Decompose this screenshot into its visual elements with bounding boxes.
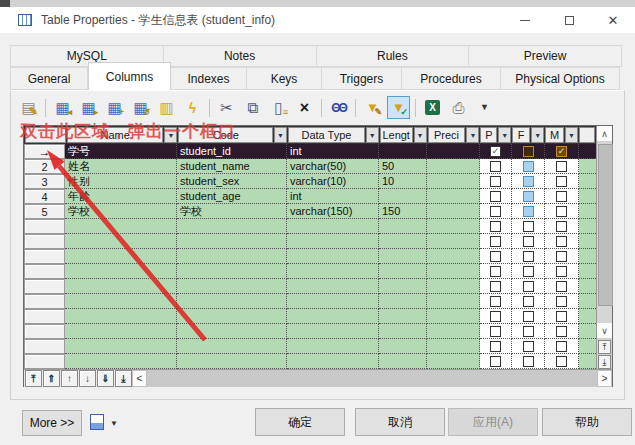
empty-table-row[interactable] (24, 324, 596, 339)
cell-primary-key[interactable] (480, 309, 512, 324)
cell-primary-key-checkbox[interactable] (490, 221, 501, 232)
cell-name[interactable] (65, 354, 177, 369)
cell-primary-key-checkbox[interactable] (490, 296, 501, 307)
cell-mandatory-checkbox[interactable] (556, 266, 567, 277)
row-header-button[interactable] (24, 339, 65, 354)
maximize-button[interactable] (547, 7, 591, 33)
cell-foreign-key-checkbox[interactable] (523, 146, 534, 157)
cell-primary-key[interactable] (480, 249, 512, 264)
cell-foreign-key-checkbox[interactable] (523, 221, 534, 232)
cell-precision[interactable] (427, 189, 480, 204)
cell-foreign-key-checkbox[interactable] (523, 176, 534, 187)
cell-name[interactable] (65, 264, 177, 279)
cell-mandatory[interactable] (545, 264, 579, 279)
insert-first-row-icon[interactable]: ▦◂ (51, 96, 74, 119)
move-up-fast-button[interactable]: ⇑ (43, 370, 60, 387)
cell-foreign-key[interactable] (512, 189, 545, 204)
cell-data-type[interactable] (287, 234, 379, 249)
cell-name[interactable] (65, 219, 177, 234)
cell-name[interactable]: 年龄 (65, 189, 177, 204)
profile-save-icon[interactable] (90, 414, 104, 430)
cell-primary-key-checkbox[interactable] (490, 206, 501, 217)
table-row[interactable]: 4年龄student_ageint (24, 189, 596, 204)
column-header-dropdown-icon[interactable]: ▼ (414, 127, 427, 143)
cell-length[interactable] (379, 219, 427, 234)
table-row[interactable]: →学号student_idint (24, 144, 596, 159)
tab-physical-options[interactable]: Physical Options (501, 67, 620, 90)
cell-code[interactable] (177, 324, 287, 339)
cell-mandatory-checkbox[interactable] (556, 236, 567, 247)
cell-primary-key[interactable] (480, 144, 512, 159)
cell-foreign-key[interactable] (512, 309, 545, 324)
row-header-button[interactable] (24, 249, 65, 264)
column-header-label[interactable]: P (480, 127, 497, 143)
copy-structure-icon[interactable]: ▥ (155, 96, 178, 119)
row-header-button[interactable] (24, 234, 65, 249)
tab-notes[interactable]: Notes (164, 45, 317, 67)
cell-data-type[interactable]: int (287, 144, 379, 159)
cell-code[interactable] (177, 249, 287, 264)
cell-foreign-key[interactable] (512, 174, 545, 189)
cell-code[interactable] (177, 294, 287, 309)
cell-mandatory-checkbox[interactable] (556, 341, 567, 352)
cell-precision[interactable] (427, 264, 480, 279)
row-header-button[interactable] (24, 354, 65, 369)
cell-precision[interactable] (427, 309, 480, 324)
insert-row-icon[interactable]: ▦▸ (77, 96, 100, 119)
cell-precision[interactable] (427, 354, 480, 369)
cell-foreign-key-checkbox[interactable] (523, 191, 534, 202)
horizontal-scroll-track[interactable] (147, 370, 597, 387)
cell-foreign-key[interactable] (512, 264, 545, 279)
export-excel-icon[interactable]: X (421, 96, 444, 119)
column-header-dropdown-icon[interactable]: ▼ (531, 127, 544, 143)
cell-code[interactable] (177, 219, 287, 234)
cell-primary-key-checkbox[interactable] (490, 146, 501, 157)
add-row-icon[interactable]: ▦+ (103, 96, 126, 119)
cell-primary-key[interactable] (480, 324, 512, 339)
cell-length[interactable]: 150 (379, 204, 427, 219)
cell-primary-key[interactable] (480, 159, 512, 174)
cell-primary-key-checkbox[interactable] (490, 176, 501, 187)
cell-name[interactable] (65, 309, 177, 324)
cell-data-type[interactable] (287, 279, 379, 294)
cell-name[interactable]: 性别 (65, 174, 177, 189)
minimize-button[interactable] (503, 7, 547, 33)
column-header-label[interactable]: Lengt (380, 127, 413, 143)
cell-precision[interactable] (427, 249, 480, 264)
row-header-button[interactable]: 3 (24, 174, 65, 189)
move-up-button[interactable]: ↑ (61, 370, 78, 387)
cell-data-type[interactable] (287, 219, 379, 234)
cell-mandatory-checkbox[interactable] (556, 296, 567, 307)
cell-primary-key[interactable] (480, 264, 512, 279)
empty-table-row[interactable] (24, 294, 596, 309)
filter-applied-icon[interactable]: ▼✓ (387, 96, 410, 119)
cell-data-type[interactable]: int (287, 189, 379, 204)
cell-length[interactable] (379, 309, 427, 324)
cell-mandatory[interactable] (545, 324, 579, 339)
tab-indexes[interactable]: Indexes (171, 67, 247, 90)
cell-data-type[interactable] (287, 294, 379, 309)
cell-mandatory-checkbox[interactable] (556, 251, 567, 262)
cell-foreign-key[interactable] (512, 144, 545, 159)
cell-name[interactable] (65, 294, 177, 309)
cell-mandatory[interactable] (545, 219, 579, 234)
cell-data-type[interactable]: varchar(10) (287, 174, 379, 189)
cell-length[interactable] (379, 189, 427, 204)
delete-icon[interactable]: × (293, 96, 316, 119)
cell-primary-key[interactable] (480, 354, 512, 369)
cell-foreign-key[interactable] (512, 234, 545, 249)
cell-name[interactable]: 学号 (65, 144, 177, 159)
cell-code[interactable]: student_name (177, 159, 287, 174)
cell-foreign-key-checkbox[interactable] (523, 161, 534, 172)
column-header-label[interactable]: Preci (428, 127, 466, 143)
row-header-button[interactable]: 4 (24, 189, 65, 204)
cell-length[interactable] (379, 294, 427, 309)
cell-primary-key-checkbox[interactable] (490, 281, 501, 292)
cell-foreign-key-checkbox[interactable] (523, 311, 534, 322)
tab-preview[interactable]: Preview (469, 45, 622, 67)
cell-code[interactable]: student_id (177, 144, 287, 159)
cell-foreign-key[interactable] (512, 324, 545, 339)
cell-foreign-key-checkbox[interactable] (523, 251, 534, 262)
scroll-up-button[interactable]: ∧ (597, 126, 612, 142)
move-down-fast-button[interactable]: ⇓ (97, 370, 114, 387)
